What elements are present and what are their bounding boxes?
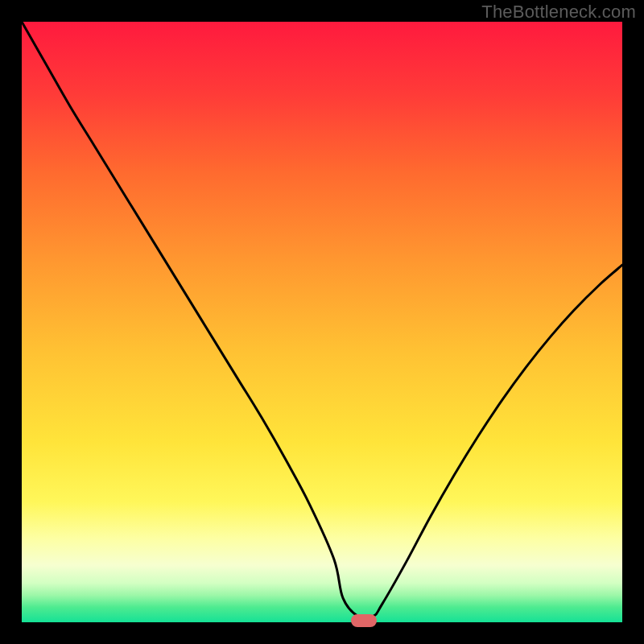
optimal-marker (351, 614, 377, 627)
watermark-text: TheBottleneck.com (481, 2, 636, 23)
bottleneck-chart (22, 22, 622, 622)
chart-frame: TheBottleneck.com (0, 0, 644, 644)
